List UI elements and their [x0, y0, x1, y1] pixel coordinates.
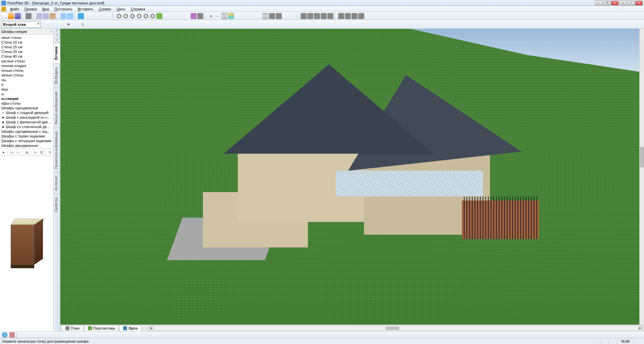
maximize-icon[interactable]: □: [627, 1, 635, 5]
panel-close-icon[interactable]: ×: [50, 30, 52, 33]
floor-selector[interactable]: Второй этаж: [1, 21, 41, 28]
restore-icon[interactable]: ❐: [603, 1, 610, 5]
side-tab-2[interactable]: Фильтр изображения: [54, 88, 60, 128]
align-center-icon[interactable]: [307, 13, 313, 19]
copy-icon[interactable]: [43, 13, 49, 19]
menu-service[interactable]: Сервис: [96, 7, 114, 11]
catalog-item[interactable]: ● Шкаф с филенчатой дверцей: [0, 120, 53, 124]
side-tab-5[interactable]: Свойства: [54, 194, 60, 216]
pointer-icon[interactable]: ➤: [67, 22, 70, 26]
new-icon[interactable]: [1, 13, 7, 19]
catalog-item[interactable]: ы-секции: [0, 96, 53, 101]
menu-edit[interactable]: Правка: [22, 7, 40, 11]
menu-file[interactable]: Файл: [7, 7, 22, 11]
cat-add-icon[interactable]: ▭: [15, 150, 21, 155]
space-v-icon[interactable]: [358, 13, 364, 19]
catalog-item[interactable]: Шкафы с тремя ящиками: [0, 134, 53, 138]
view-tab-перспектива[interactable]: Перспектива: [84, 325, 119, 331]
align-top-icon[interactable]: [321, 13, 327, 19]
catalog-item[interactable]: овные стены: [0, 73, 53, 77]
catalog-item[interactable]: ны: [0, 77, 53, 82]
grid-icon[interactable]: [262, 13, 268, 19]
render-icon[interactable]: [191, 13, 197, 19]
hscroll-right-icon[interactable]: ▸: [638, 326, 642, 330]
refresh-icon[interactable]: [156, 13, 162, 19]
ortho-icon[interactable]: [276, 13, 282, 19]
catalog-item[interactable]: и: [0, 82, 53, 87]
catalog-item[interactable]: Стена 10 см: [0, 40, 53, 45]
door-tool-icon[interactable]: I: [82, 22, 83, 26]
side-tab-0[interactable]: Вставка: [54, 43, 60, 63]
cut-icon[interactable]: [36, 13, 42, 19]
close-icon[interactable]: ✕: [635, 1, 643, 5]
cat-back-icon[interactable]: ➤: [1, 150, 6, 155]
cat-copy-icon[interactable]: ⊞: [24, 150, 30, 155]
catalog-item[interactable]: ицы: [0, 87, 53, 92]
catalog-item[interactable]: ● Шкаф со стеклянной дверцей: [0, 124, 53, 129]
menu-build[interactable]: Построить: [52, 7, 75, 11]
dimension-icon[interactable]: ↔: [215, 13, 221, 19]
redo-icon[interactable]: [67, 13, 73, 19]
viewport-hscroll[interactable]: ◂ ▸: [149, 326, 643, 331]
viewport-3d[interactable]: [60, 29, 644, 325]
bt-furniture-icon[interactable]: [9, 332, 15, 338]
catalog-item[interactable]: ○ Шкаф с гладкой дверцей: [0, 110, 53, 115]
catalog-item[interactable]: ы: [0, 92, 53, 96]
catalog-item[interactable]: ● Шкаф с раскладкой по стеклу: [0, 115, 53, 120]
hscroll-left-icon[interactable]: ◂: [149, 326, 154, 330]
mdi-icon[interactable]: [1, 7, 6, 11]
menu-help[interactable]: Справка: [128, 7, 148, 11]
align-middle-icon[interactable]: [327, 13, 333, 19]
side-tab-4[interactable]: Интернет: [54, 172, 60, 194]
catalog-item[interactable]: Шкафы двухдверные: [0, 143, 53, 148]
catalog-item[interactable]: Шкафы с четырьмя ящиками: [0, 138, 53, 143]
menu-window[interactable]: Окно: [114, 7, 128, 11]
zoom-window-icon[interactable]: [129, 13, 136, 19]
side-tab-3[interactable]: Проектная информация: [54, 128, 60, 172]
menu-insert[interactable]: Вставить: [75, 7, 96, 11]
catalog-item[interactable]: Стена 40 см: [0, 54, 53, 59]
cat-details-icon[interactable]: ☰: [39, 150, 44, 155]
close-inner-icon[interactable]: ✕: [611, 1, 619, 5]
zoom-in-icon[interactable]: [116, 13, 122, 19]
catalog-list[interactable]: овые стеныСтена 10 смСтена 15 смСтена 20…: [0, 35, 53, 149]
minimize-icon[interactable]: —: [595, 1, 602, 5]
zoom-previous-icon[interactable]: [150, 13, 156, 19]
undo-icon[interactable]: [60, 13, 66, 19]
vtab-collapse-icon[interactable]: «: [54, 34, 60, 38]
view-tab-план[interactable]: План: [62, 325, 84, 331]
view-tab-орто[interactable]: Орто: [119, 325, 141, 331]
catalog-item[interactable]: овые стены: [0, 35, 53, 40]
minimize2-icon[interactable]: —: [619, 1, 627, 5]
catalog-item[interactable]: Шкафы однодверные: [0, 106, 53, 110]
open-icon[interactable]: [8, 13, 14, 19]
snap-icon[interactable]: [269, 13, 275, 19]
vtab-expand-icon[interactable]: »: [54, 38, 60, 43]
render-settings-icon[interactable]: [197, 13, 203, 19]
vtab-close-icon[interactable]: ×: [54, 29, 60, 34]
space-h-icon[interactable]: [352, 13, 358, 19]
side-tab-1[interactable]: 3D-Модель: [54, 63, 60, 88]
help-icon[interactable]: [78, 13, 84, 19]
catalog-item[interactable]: Стена 20 см: [0, 49, 53, 54]
catalog-item[interactable]: касные стены: [0, 59, 53, 63]
catalog-item[interactable]: онные стены: [0, 68, 53, 73]
cat-folder-icon[interactable]: ▭: [9, 150, 15, 155]
catalog-item[interactable]: афы-столы: [0, 101, 53, 106]
text-tool-icon[interactable]: A: [208, 13, 214, 19]
zoom-out-icon[interactable]: [123, 13, 129, 19]
zoom-extents-icon[interactable]: [143, 13, 149, 19]
distribute-v-icon[interactable]: [345, 13, 351, 19]
align-left-icon[interactable]: [301, 13, 307, 19]
save-icon[interactable]: [15, 13, 21, 19]
layers-icon[interactable]: [228, 13, 234, 19]
distribute-h-icon[interactable]: [338, 13, 344, 19]
cat-list-icon[interactable]: ≡: [33, 150, 38, 155]
catalog-item[interactable]: Стена 15 см: [0, 45, 53, 49]
catalog-item[interactable]: пичная кладка: [0, 63, 53, 68]
viewport-vscroll[interactable]: [639, 29, 644, 325]
align-right-icon[interactable]: [314, 13, 320, 19]
paste-icon[interactable]: [50, 13, 56, 19]
cat-refresh-icon[interactable]: ↻: [47, 150, 53, 155]
catalog-item[interactable]: Шкафы однодверные с ящиком: [0, 129, 53, 134]
